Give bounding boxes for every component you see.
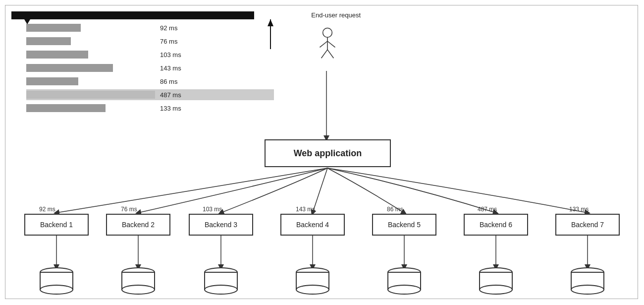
backend-box-2: Backend 2 (106, 214, 170, 236)
svg-point-11 (40, 285, 73, 294)
svg-line-8 (327, 50, 333, 58)
timing-label-b5: 86 ms (387, 206, 403, 213)
gantt-label-4: 143 ms (160, 64, 181, 72)
backend-box-4: Backend 4 (280, 214, 345, 236)
backend-box-6: Backend 6 (464, 214, 528, 236)
db-cylinder-3 (204, 267, 238, 295)
svg-point-14 (122, 285, 155, 294)
webapp-to-b6 (327, 168, 496, 213)
backend-box-7: Backend 7 (555, 214, 620, 236)
gantt-bar-2 (26, 37, 71, 45)
person-figure (313, 27, 342, 64)
timing-label-b6: 487 ms (478, 206, 497, 213)
gantt-label-3: 103 ms (160, 51, 181, 59)
backend-box-5: Backend 5 (372, 214, 436, 236)
db-cylinder-1 (39, 267, 74, 295)
db-cylinder-5 (387, 267, 422, 295)
gantt-label-1: 92 ms (160, 24, 177, 32)
svg-marker-1 (268, 19, 273, 26)
timing-label-b4: 143 ms (296, 206, 315, 213)
svg-point-20 (296, 285, 329, 294)
gantt-bar-7 (26, 104, 106, 112)
gantt-bar-1 (26, 24, 81, 32)
svg-point-23 (388, 285, 421, 294)
gantt-bar-4 (26, 64, 113, 72)
gantt-bar-6 (26, 91, 155, 99)
gantt-bar-5 (26, 77, 78, 85)
timing-label-b3: 103 ms (203, 206, 222, 213)
svg-line-5 (320, 41, 327, 47)
gantt-down-arrow (24, 19, 30, 24)
svg-point-26 (480, 285, 512, 294)
gantt-row-7: 133 ms (26, 103, 274, 114)
webapp-box: Web application (265, 139, 391, 167)
gantt-row-2: 76 ms (26, 36, 274, 47)
timing-label-b2: 76 ms (121, 206, 137, 213)
gantt-up-arrow (267, 19, 274, 51)
svg-point-17 (205, 285, 237, 294)
gantt-row-3: 103 ms (26, 49, 274, 60)
end-user-request-label: End-user request (311, 11, 361, 19)
db-cylinder-4 (295, 267, 330, 295)
webapp-label: Web application (294, 148, 362, 159)
gantt-bar-3 (26, 51, 88, 59)
svg-line-7 (322, 50, 327, 58)
gantt-header-bar (11, 11, 254, 19)
gantt-row-6: 487 ms (26, 89, 274, 100)
db-cylinder-2 (121, 267, 156, 295)
db-cylinder-7 (570, 267, 605, 295)
webapp-to-b1 (56, 168, 327, 213)
gantt-rows: 92 ms 76 ms 103 ms 143 ms 86 ms (11, 22, 274, 114)
webapp-to-b7 (327, 168, 588, 213)
outer-border: End-user request 92 ms 76 ms (5, 5, 638, 299)
db-cylinder-6 (479, 267, 513, 295)
gantt-chart: End-user request 92 ms 76 ms (11, 11, 274, 116)
svg-line-6 (327, 41, 335, 47)
gantt-label-5: 86 ms (160, 78, 177, 85)
timing-label-b1: 92 ms (39, 206, 55, 213)
gantt-label-7: 133 ms (160, 105, 181, 112)
gantt-row-4: 143 ms (26, 62, 274, 73)
gantt-label-6: 487 ms (160, 91, 181, 99)
stick-figure-svg (315, 27, 340, 62)
svg-point-3 (323, 28, 332, 38)
gantt-row-1: 92 ms (26, 22, 274, 33)
backend-box-1: Backend 1 (24, 214, 89, 236)
gantt-label-2: 76 ms (160, 38, 177, 45)
backend-box-3: Backend 3 (189, 214, 253, 236)
svg-point-29 (571, 285, 604, 294)
gantt-row-5: 86 ms (26, 76, 274, 87)
timing-label-b7: 133 ms (569, 206, 589, 213)
